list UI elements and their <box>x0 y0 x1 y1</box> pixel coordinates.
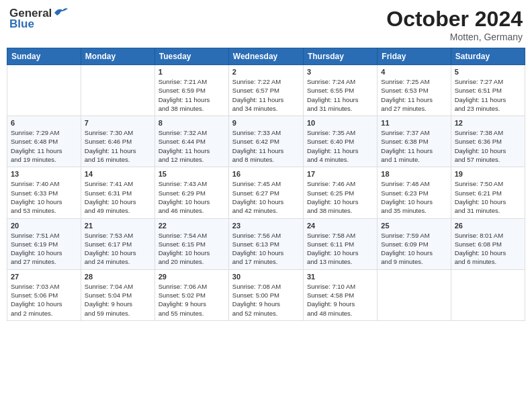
calendar-cell: 9Sunrise: 7:33 AM Sunset: 6:42 PM Daylig… <box>228 116 303 167</box>
day-number: 31 <box>307 273 373 281</box>
day-number: 6 <box>11 119 77 127</box>
day-info: Sunrise: 7:08 AM Sunset: 5:00 PM Dayligh… <box>232 282 300 318</box>
calendar-cell: 28Sunrise: 7:04 AM Sunset: 5:04 PM Dayli… <box>81 269 154 320</box>
day-number: 2 <box>232 68 300 76</box>
logo-bird-icon <box>53 6 68 18</box>
day-number: 29 <box>159 273 225 281</box>
day-number: 25 <box>381 222 447 230</box>
day-number: 7 <box>85 119 151 127</box>
calendar-cell: 7Sunrise: 7:30 AM Sunset: 6:46 PM Daylig… <box>81 116 154 167</box>
day-info: Sunrise: 7:38 AM Sunset: 6:36 PM Dayligh… <box>455 128 521 164</box>
weekday-header-thursday: Thursday <box>303 48 377 65</box>
calendar-cell: 11Sunrise: 7:37 AM Sunset: 6:38 PM Dayli… <box>378 116 451 167</box>
day-info: Sunrise: 7:59 AM Sunset: 6:09 PM Dayligh… <box>381 231 447 267</box>
calendar-cell <box>378 269 451 320</box>
calendar-week-4: 20Sunrise: 7:51 AM Sunset: 6:19 PM Dayli… <box>7 218 525 269</box>
weekday-header-wednesday: Wednesday <box>228 48 303 65</box>
day-number: 23 <box>232 222 300 230</box>
calendar-cell: 25Sunrise: 7:59 AM Sunset: 6:09 PM Dayli… <box>378 218 451 269</box>
calendar-cell: 27Sunrise: 7:03 AM Sunset: 5:06 PM Dayli… <box>7 269 81 320</box>
day-info: Sunrise: 7:21 AM Sunset: 6:59 PM Dayligh… <box>159 77 225 113</box>
day-info: Sunrise: 7:40 AM Sunset: 6:33 PM Dayligh… <box>11 179 77 215</box>
day-number: 3 <box>307 68 373 76</box>
day-info: Sunrise: 7:56 AM Sunset: 6:13 PM Dayligh… <box>232 231 300 267</box>
day-info: Sunrise: 7:35 AM Sunset: 6:40 PM Dayligh… <box>307 128 373 164</box>
day-info: Sunrise: 7:54 AM Sunset: 6:15 PM Dayligh… <box>159 231 225 267</box>
day-number: 5 <box>455 68 521 76</box>
weekday-header-monday: Monday <box>81 48 154 65</box>
day-info: Sunrise: 7:58 AM Sunset: 6:11 PM Dayligh… <box>307 231 373 267</box>
month-info: October 2024 Motten, Germany <box>386 7 523 42</box>
weekday-header-friday: Friday <box>378 48 451 65</box>
day-number: 15 <box>159 170 225 178</box>
calendar-cell: 12Sunrise: 7:38 AM Sunset: 6:36 PM Dayli… <box>451 116 525 167</box>
weekday-header-saturday: Saturday <box>451 48 525 65</box>
logo-blue: Blue <box>9 17 68 31</box>
calendar-cell: 21Sunrise: 7:53 AM Sunset: 6:17 PM Dayli… <box>81 218 154 269</box>
calendar-cell: 2Sunrise: 7:22 AM Sunset: 6:57 PM Daylig… <box>228 65 303 116</box>
calendar-cell: 17Sunrise: 7:46 AM Sunset: 6:25 PM Dayli… <box>303 167 377 218</box>
day-info: Sunrise: 7:32 AM Sunset: 6:44 PM Dayligh… <box>159 128 225 164</box>
calendar-cell: 18Sunrise: 7:48 AM Sunset: 6:23 PM Dayli… <box>378 167 451 218</box>
day-number: 21 <box>85 222 151 230</box>
day-number: 11 <box>381 119 447 127</box>
day-info: Sunrise: 7:03 AM Sunset: 5:06 PM Dayligh… <box>11 282 77 318</box>
calendar-cell: 24Sunrise: 7:58 AM Sunset: 6:11 PM Dayli… <box>303 218 377 269</box>
calendar-cell: 30Sunrise: 7:08 AM Sunset: 5:00 PM Dayli… <box>228 269 303 320</box>
calendar-week-1: 1Sunrise: 7:21 AM Sunset: 6:59 PM Daylig… <box>7 65 525 116</box>
calendar-cell: 3Sunrise: 7:24 AM Sunset: 6:55 PM Daylig… <box>303 65 377 116</box>
day-number: 26 <box>455 222 521 230</box>
weekday-header-sunday: Sunday <box>7 48 81 65</box>
day-info: Sunrise: 7:29 AM Sunset: 6:48 PM Dayligh… <box>11 128 77 164</box>
day-number: 9 <box>232 119 300 127</box>
calendar-table: SundayMondayTuesdayWednesdayThursdayFrid… <box>7 48 525 321</box>
calendar-cell: 20Sunrise: 7:51 AM Sunset: 6:19 PM Dayli… <box>7 218 81 269</box>
day-info: Sunrise: 7:24 AM Sunset: 6:55 PM Dayligh… <box>307 77 373 113</box>
day-info: Sunrise: 7:27 AM Sunset: 6:51 PM Dayligh… <box>455 77 521 113</box>
day-info: Sunrise: 7:37 AM Sunset: 6:38 PM Dayligh… <box>381 128 447 164</box>
day-info: Sunrise: 7:48 AM Sunset: 6:23 PM Dayligh… <box>381 179 447 215</box>
weekday-header-row: SundayMondayTuesdayWednesdayThursdayFrid… <box>7 48 525 65</box>
month-title: October 2024 <box>386 7 523 32</box>
day-info: Sunrise: 7:46 AM Sunset: 6:25 PM Dayligh… <box>307 179 373 215</box>
day-info: Sunrise: 7:25 AM Sunset: 6:53 PM Dayligh… <box>381 77 447 113</box>
calendar-cell: 8Sunrise: 7:32 AM Sunset: 6:44 PM Daylig… <box>154 116 228 167</box>
calendar-cell: 22Sunrise: 7:54 AM Sunset: 6:15 PM Dayli… <box>154 218 228 269</box>
calendar-cell: 15Sunrise: 7:43 AM Sunset: 6:29 PM Dayli… <box>154 167 228 218</box>
day-number: 24 <box>307 222 373 230</box>
calendar-cell <box>81 65 154 116</box>
calendar-cell: 26Sunrise: 8:01 AM Sunset: 6:08 PM Dayli… <box>451 218 525 269</box>
calendar-cell <box>451 269 525 320</box>
calendar-week-2: 6Sunrise: 7:29 AM Sunset: 6:48 PM Daylig… <box>7 116 525 167</box>
day-info: Sunrise: 8:01 AM Sunset: 6:08 PM Dayligh… <box>455 231 521 267</box>
day-info: Sunrise: 7:22 AM Sunset: 6:57 PM Dayligh… <box>232 77 300 113</box>
logo: General Blue <box>9 7 68 31</box>
day-number: 19 <box>455 170 521 178</box>
day-number: 27 <box>11 273 77 281</box>
day-number: 30 <box>232 273 300 281</box>
calendar-cell: 1Sunrise: 7:21 AM Sunset: 6:59 PM Daylig… <box>154 65 228 116</box>
day-number: 16 <box>232 170 300 178</box>
calendar-cell: 14Sunrise: 7:41 AM Sunset: 6:31 PM Dayli… <box>81 167 154 218</box>
location: Motten, Germany <box>386 32 523 42</box>
calendar-cell: 31Sunrise: 7:10 AM Sunset: 4:58 PM Dayli… <box>303 269 377 320</box>
day-info: Sunrise: 7:51 AM Sunset: 6:19 PM Dayligh… <box>11 231 77 267</box>
calendar-cell: 13Sunrise: 7:40 AM Sunset: 6:33 PM Dayli… <box>7 167 81 218</box>
calendar-cell: 6Sunrise: 7:29 AM Sunset: 6:48 PM Daylig… <box>7 116 81 167</box>
day-info: Sunrise: 7:04 AM Sunset: 5:04 PM Dayligh… <box>85 282 151 318</box>
day-number: 18 <box>381 170 447 178</box>
day-info: Sunrise: 7:45 AM Sunset: 6:27 PM Dayligh… <box>232 179 300 215</box>
calendar-cell: 5Sunrise: 7:27 AM Sunset: 6:51 PM Daylig… <box>451 65 525 116</box>
calendar-cell: 29Sunrise: 7:06 AM Sunset: 5:02 PM Dayli… <box>154 269 228 320</box>
day-number: 22 <box>159 222 225 230</box>
day-info: Sunrise: 7:30 AM Sunset: 6:46 PM Dayligh… <box>85 128 151 164</box>
day-info: Sunrise: 7:06 AM Sunset: 5:02 PM Dayligh… <box>159 282 225 318</box>
day-info: Sunrise: 7:10 AM Sunset: 4:58 PM Dayligh… <box>307 282 373 318</box>
day-info: Sunrise: 7:41 AM Sunset: 6:31 PM Dayligh… <box>85 179 151 215</box>
day-number: 4 <box>381 68 447 76</box>
page-header: General Blue October 2024 Motten, German… <box>7 7 525 42</box>
calendar-week-5: 27Sunrise: 7:03 AM Sunset: 5:06 PM Dayli… <box>7 269 525 320</box>
day-info: Sunrise: 7:43 AM Sunset: 6:29 PM Dayligh… <box>159 179 225 215</box>
day-info: Sunrise: 7:50 AM Sunset: 6:21 PM Dayligh… <box>455 179 521 215</box>
calendar-cell: 23Sunrise: 7:56 AM Sunset: 6:13 PM Dayli… <box>228 218 303 269</box>
